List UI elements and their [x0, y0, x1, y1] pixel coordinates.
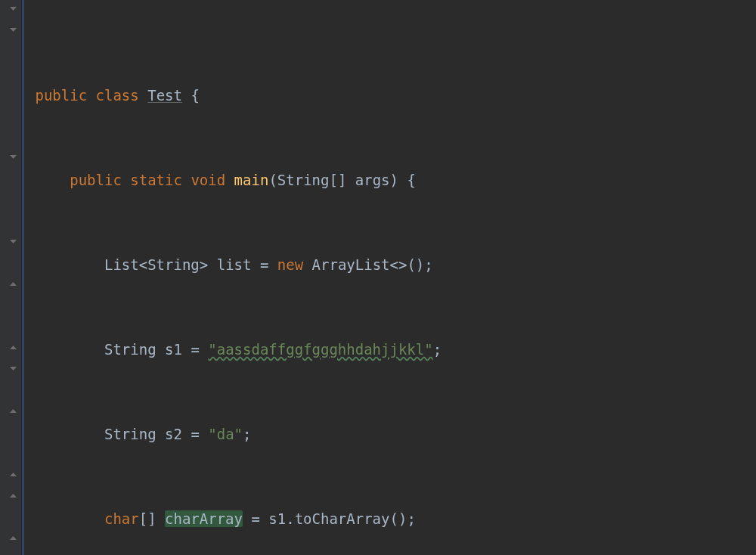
code-line[interactable]: List<String> list = new ArrayList<>();	[26, 254, 756, 275]
identifier: s1	[268, 510, 286, 527]
keyword: char	[104, 510, 139, 527]
type: String	[104, 426, 156, 442]
code-area[interactable]: public class Test { public static void m…	[22, 0, 756, 555]
keyword: static	[130, 172, 182, 188]
code-line[interactable]: String s1 = "aassdaffggfggghhdahjjkkl";	[26, 339, 756, 360]
fold-expand-icon[interactable]	[9, 407, 17, 415]
identifier: args	[355, 172, 390, 188]
type: String	[104, 341, 156, 358]
identifier: s1	[165, 341, 182, 358]
fold-collapse-icon[interactable]	[9, 26, 17, 34]
code-editor[interactable]: public class Test { public static void m…	[0, 0, 756, 555]
fold-expand-icon[interactable]	[9, 343, 17, 352]
type: ArrayList	[312, 256, 390, 273]
string-literal: "da"	[208, 426, 243, 442]
caret-line-strip	[22, 0, 24, 555]
identifier: charArray	[165, 510, 243, 527]
fold-expand-icon[interactable]	[9, 470, 17, 479]
identifier: s2	[165, 426, 182, 442]
code-line[interactable]: char[] charArray = s1.toCharArray();	[26, 508, 756, 529]
code-line[interactable]: public class Test {	[26, 85, 756, 106]
identifier: list	[217, 256, 252, 273]
keyword: public	[35, 87, 87, 104]
type: List	[104, 256, 139, 273]
keyword: new	[277, 256, 303, 273]
fold-expand-icon[interactable]	[9, 280, 17, 288]
keyword: public	[70, 172, 122, 188]
editor-gutter[interactable]	[0, 0, 22, 555]
class-name: Test	[147, 87, 182, 104]
fold-collapse-icon[interactable]	[9, 153, 17, 161]
method-call: toCharArray	[295, 510, 390, 527]
keyword: void	[191, 172, 225, 188]
fold-collapse-icon[interactable]	[9, 5, 17, 13]
fold-expand-icon[interactable]	[9, 491, 17, 500]
code-line[interactable]: String s2 = "da";	[26, 423, 756, 445]
type: String	[277, 172, 330, 188]
keyword: class	[96, 87, 139, 104]
fold-expand-icon[interactable]	[9, 534, 17, 542]
fold-collapse-icon[interactable]	[9, 237, 17, 246]
string-literal: "aassdaffggfggghhdahjjkkl"	[208, 341, 432, 358]
type: String	[147, 256, 200, 273]
fold-collapse-icon[interactable]	[9, 364, 17, 373]
code-line[interactable]: public static void main(String[] args) {	[26, 169, 756, 191]
method-name: main	[234, 172, 269, 188]
